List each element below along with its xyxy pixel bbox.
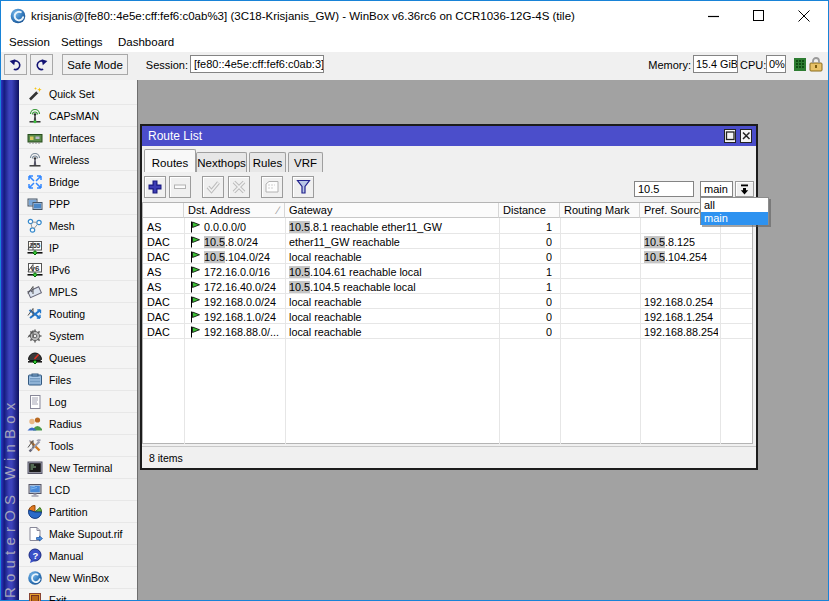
svg-text:?: ? — [33, 550, 39, 561]
